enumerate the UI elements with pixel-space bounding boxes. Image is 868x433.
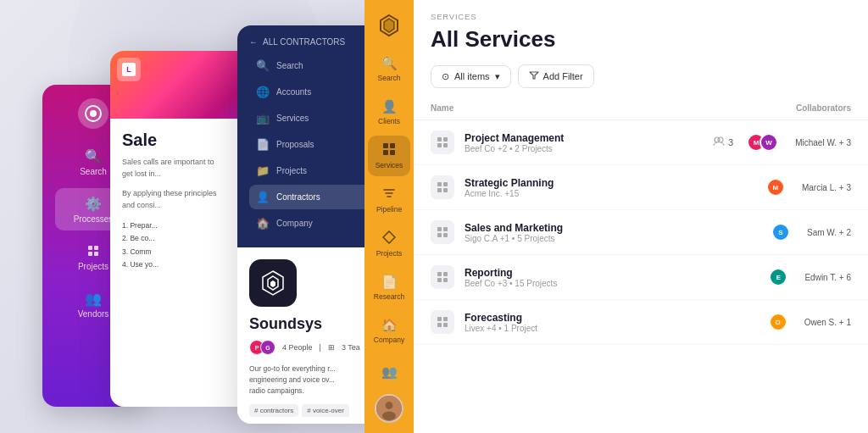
service-row-4-right: O Owen S. + 1: [769, 313, 851, 331]
p4-nav-people[interactable]: 👥: [368, 358, 410, 386]
svg-rect-16: [437, 143, 442, 147]
service-name-4: Forecasting: [465, 312, 537, 324]
user-avatar[interactable]: [375, 394, 403, 423]
collab-avatars-4: O: [769, 313, 787, 331]
service-row-0[interactable]: Project Management Beef Co +2 • 2 Projec…: [414, 120, 868, 165]
page-title: All Services: [431, 26, 851, 53]
logo: [78, 98, 108, 129]
p4-nav-company-label: Company: [374, 336, 404, 344]
filter-icon: ⊙: [442, 71, 449, 82]
filter-funnel-icon: [529, 70, 539, 82]
p4-nav-search[interactable]: 🔍 Search: [368, 49, 410, 89]
collab-extra-4: Owen S. + 1: [804, 318, 851, 327]
service-row-1[interactable]: Strategic Planning Acme Inc. +15 M Marci…: [414, 165, 868, 210]
avatar-m2: M: [766, 178, 785, 197]
p4-nav-search-label: Search: [378, 74, 401, 82]
sidebar-item-search-label: Search: [80, 167, 107, 176]
service-sub-1: Acme Inc. +15: [465, 189, 554, 198]
svg-point-19: [718, 137, 723, 142]
svg-point-12: [386, 402, 393, 409]
p3-nav-company-label: Company: [276, 219, 313, 228]
teams-badge: ⊞: [328, 343, 335, 352]
user-avatar-section: [375, 394, 403, 423]
svg-marker-6: [270, 280, 275, 287]
service-info-1: Strategic Planning Acme Inc. +15: [465, 177, 554, 198]
svg-rect-30: [437, 278, 442, 282]
p4-nav-services[interactable]: Services: [368, 136, 410, 176]
p4-nav-clients[interactable]: 👤 Clients: [368, 92, 410, 132]
svg-rect-10: [390, 150, 395, 155]
collab-avatars-2: S: [771, 223, 790, 241]
svg-rect-22: [437, 188, 442, 192]
back-arrow-icon: ←: [249, 37, 258, 47]
svg-rect-23: [443, 188, 448, 192]
service-icon-4: [431, 310, 454, 334]
p4-nav-projects-label: Projects: [376, 249, 403, 258]
p4-nav-projects[interactable]: Projects: [368, 224, 410, 264]
breadcrumb: SERVICES: [431, 12, 851, 21]
svg-rect-0: [88, 246, 92, 250]
accounts-icon: 🌐: [256, 86, 270, 98]
collab-num-0: 3: [728, 137, 733, 147]
projects-icon: 📁: [256, 164, 270, 177]
service-row-2[interactable]: Sales and Marketing Sigo C.A +1 • 5 Proj…: [414, 210, 868, 255]
p3-nav-proposals-label: Proposals: [276, 140, 314, 149]
avatar-w: W: [760, 133, 778, 152]
proposals-icon: 📄: [256, 138, 270, 151]
services-icon-orange: [382, 142, 396, 158]
svg-rect-21: [443, 182, 448, 186]
services-list: Project Management Beef Co +2 • 2 Projec…: [414, 120, 868, 433]
services-top-bar: SERVICES All Services ⊙ All items ▾ Add …: [414, 0, 868, 100]
svg-rect-7: [383, 143, 388, 148]
p3-nav-contractors-label: Contractors: [276, 192, 320, 202]
svg-rect-24: [437, 227, 442, 231]
p3-nav-search-label: Search: [276, 61, 303, 70]
sidebar-item-projects-label: Projects: [78, 262, 108, 271]
add-filter-label: Add Filter: [543, 71, 583, 81]
p4-nav-company[interactable]: 🏠 Company: [368, 311, 410, 351]
svg-rect-17: [443, 143, 448, 147]
all-items-filter[interactable]: ⊙ All items ▾: [431, 65, 511, 88]
chevron-down-icon: ▾: [495, 71, 500, 82]
p4-nav-research-label: Research: [374, 292, 404, 301]
svg-rect-15: [443, 137, 448, 142]
pipeline-icon: [382, 186, 396, 203]
service-info-4: Forecasting Livex +4 • 1 Project: [465, 312, 537, 333]
orange-logo: [376, 12, 403, 39]
service-row-4-left: Forecasting Livex +4 • 1 Project: [431, 310, 537, 334]
svg-rect-35: [443, 323, 448, 327]
avatar-2: G: [260, 340, 275, 355]
service-icon-0: [431, 130, 454, 154]
filter-label: All items: [454, 71, 490, 81]
avatar-s: S: [771, 223, 790, 241]
collab-avatars-3: E: [769, 268, 787, 286]
collab-extra-2: Sam W. + 2: [807, 228, 851, 237]
service-info-0: Project Management Beef Co +2 • 2 Projec…: [465, 132, 564, 153]
service-name-2: Sales and Marketing: [465, 222, 563, 234]
service-name-1: Strategic Planning: [465, 177, 554, 189]
search-icon: 🔍: [256, 59, 270, 72]
company-icon-orange: 🏠: [381, 318, 398, 333]
projects-diamond-icon: [382, 230, 396, 247]
avatar-e: E: [769, 268, 787, 286]
people-avatars: P G: [249, 340, 275, 355]
service-row-4[interactable]: Forecasting Livex +4 • 1 Project O Owen …: [414, 300, 868, 345]
svg-rect-26: [437, 233, 442, 237]
service-info-3: Reporting Beef Co +3 • 15 Projects: [465, 267, 557, 288]
p4-nav-pipeline[interactable]: Pipeline: [368, 180, 410, 220]
svg-rect-29: [443, 272, 448, 276]
service-row-3[interactable]: Reporting Beef Co +3 • 15 Projects E Edw…: [414, 255, 868, 300]
collab-avatars-0: M W: [747, 133, 778, 152]
svg-rect-34: [437, 323, 442, 327]
company-icon: 🏠: [256, 217, 270, 230]
table-header: Name Collaborators: [414, 100, 868, 120]
collab-icon: [713, 136, 725, 149]
svg-point-13: [382, 412, 396, 421]
sidebar-item-vendors-label: Vendors: [78, 309, 109, 319]
search-icon: 🔍: [381, 56, 398, 71]
add-filter-button[interactable]: Add Filter: [518, 64, 594, 88]
toolbar: ⊙ All items ▾ Add Filter: [431, 64, 851, 88]
people-badge: 4 People: [282, 343, 313, 352]
p4-nav-research[interactable]: 📄 Research: [368, 268, 410, 308]
service-name-0: Project Management: [465, 132, 564, 144]
